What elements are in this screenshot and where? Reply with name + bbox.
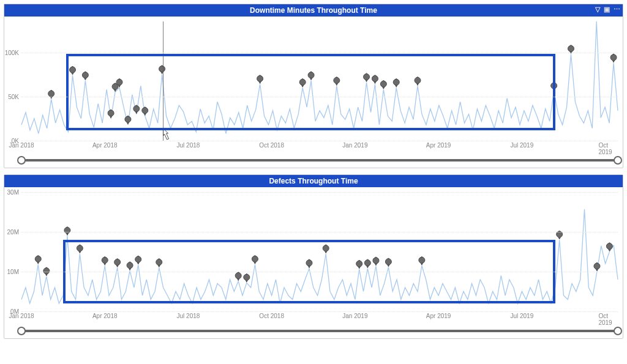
svg-point-14	[364, 74, 370, 80]
chart-downtime[interactable]: Downtime Minutes Throughout Time ▽ ▣ ⋯ 0…	[4, 4, 623, 168]
svg-point-40	[385, 259, 391, 265]
svg-point-16	[380, 81, 386, 87]
slider-start-handle[interactable]	[17, 327, 26, 335]
svg-point-15	[372, 76, 378, 82]
svg-point-19	[551, 83, 557, 89]
svg-point-35	[306, 260, 312, 266]
svg-point-1	[69, 67, 75, 73]
chart-title-bar: Defects Throughout Time	[4, 175, 623, 187]
svg-point-6	[125, 116, 131, 122]
svg-point-38	[364, 260, 370, 266]
slider-end-handle[interactable]	[614, 327, 622, 335]
svg-point-24	[43, 268, 50, 274]
filter-icon[interactable]: ▽	[595, 6, 600, 13]
svg-point-41	[419, 257, 425, 263]
svg-point-37	[356, 261, 362, 267]
svg-point-39	[373, 258, 379, 264]
more-icon[interactable]: ⋯	[614, 6, 620, 13]
focus-icon[interactable]: ▣	[604, 6, 610, 13]
svg-point-25	[64, 228, 70, 234]
svg-point-26	[77, 245, 83, 251]
svg-point-10	[257, 76, 263, 82]
time-slider[interactable]	[21, 330, 618, 332]
svg-point-23	[35, 256, 41, 262]
svg-point-9	[159, 66, 165, 72]
chart-title: Downtime Minutes Throughout Time	[250, 6, 377, 15]
svg-point-33	[244, 274, 250, 280]
svg-point-5	[116, 79, 122, 85]
time-slider[interactable]	[21, 159, 618, 162]
y-axis: 0M10M20M30M	[4, 192, 21, 311]
chart-toolbar: ▽ ▣ ⋯	[595, 6, 620, 13]
svg-point-2	[82, 72, 88, 78]
svg-point-28	[115, 259, 121, 266]
chart-area[interactable]: 0K50K100K Jan 2018Apr 2018Jul 2018Oct 20…	[4, 17, 623, 168]
y-axis: 0K50K100K	[4, 21, 21, 141]
svg-point-3	[108, 110, 114, 116]
x-axis: Jan 2018Apr 2018Jul 2018Oct 2018Jan 2019…	[21, 313, 618, 321]
svg-point-44	[606, 243, 612, 250]
svg-point-0	[48, 91, 54, 97]
svg-point-36	[323, 245, 329, 251]
svg-point-30	[135, 256, 141, 262]
chart-title: Defects Throughout Time	[269, 177, 358, 185]
chart-title-bar: Downtime Minutes Throughout Time ▽ ▣ ⋯	[4, 4, 623, 17]
plot-area[interactable]	[21, 192, 618, 311]
x-axis: Jan 2018Apr 2018Jul 2018Oct 2018Jan 2019…	[21, 142, 618, 150]
svg-point-43	[594, 263, 600, 269]
chart-area[interactable]: 0M10M20M30M Jan 2018Apr 2018Jul 2018Oct …	[4, 187, 623, 338]
plot-area[interactable]	[21, 21, 618, 141]
svg-point-34	[252, 256, 258, 262]
slider-start-handle[interactable]	[17, 156, 26, 165]
svg-point-18	[415, 77, 421, 83]
chart-defects[interactable]: Defects Throughout Time 0M10M20M30M Jan …	[4, 174, 623, 339]
svg-point-12	[308, 72, 314, 78]
svg-point-32	[235, 273, 241, 279]
svg-point-17	[393, 79, 399, 85]
svg-point-29	[127, 262, 133, 269]
svg-point-20	[568, 45, 574, 51]
svg-point-11	[299, 79, 306, 85]
svg-point-13	[334, 77, 340, 83]
svg-point-8	[142, 108, 148, 114]
svg-point-21	[610, 54, 617, 61]
svg-point-31	[156, 259, 162, 266]
svg-point-7	[133, 106, 140, 112]
slider-end-handle[interactable]	[614, 156, 622, 165]
svg-point-27	[102, 257, 108, 263]
